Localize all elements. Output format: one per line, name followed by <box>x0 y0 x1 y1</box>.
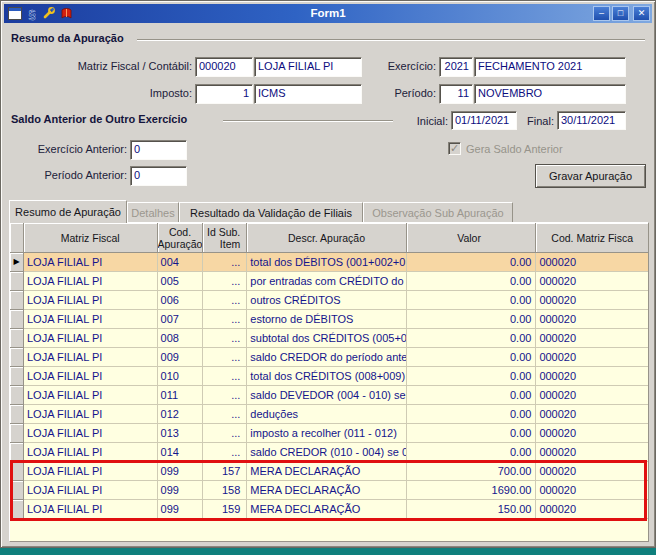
grid-cell[interactable]: LOJA FILIAL PI <box>24 443 158 462</box>
table-row[interactable]: LOJA FILIAL PI007...estorno de DÉBITOS0.… <box>10 310 648 329</box>
grid-cell[interactable]: LOJA FILIAL PI <box>24 367 158 386</box>
grid-cell[interactable]: 150.00 <box>407 500 537 519</box>
grid-cell[interactable]: 000020 <box>536 386 648 405</box>
grid-cell[interactable]: LOJA FILIAL PI <box>24 272 158 291</box>
grid-cell[interactable]: 000020 <box>536 405 648 424</box>
grid-cell[interactable]: 000020 <box>536 329 648 348</box>
grid-cell[interactable]: saldo CREDOR do período anter <box>247 348 406 367</box>
grid-cell[interactable]: 000020 <box>536 424 648 443</box>
periodo-code-input[interactable]: 11 <box>439 84 473 104</box>
grid-cell[interactable]: ... <box>203 348 247 367</box>
inicial-date-input[interactable]: 01/11/2021 <box>451 111 517 130</box>
grid-cell[interactable]: imposto a recolher (011 - 012) <box>247 424 406 443</box>
grid-cell[interactable]: ... <box>203 405 247 424</box>
grid-cell[interactable]: 0.00 <box>407 424 537 443</box>
table-row[interactable]: ▶LOJA FILIAL PI004...total dos DÉBITOS (… <box>10 253 648 272</box>
exercicio-name-input[interactable]: FECHAMENTO 2021 <box>474 57 626 77</box>
table-row[interactable]: LOJA FILIAL PI099159MERA DECLARAÇÃO150.0… <box>10 500 648 519</box>
grid-cell[interactable]: 0.00 <box>407 291 537 310</box>
grid-cell[interactable]: 099 <box>158 500 204 519</box>
grid-cell[interactable]: 000020 <box>536 310 648 329</box>
table-row[interactable]: LOJA FILIAL PI009...saldo CREDOR do perí… <box>10 348 648 367</box>
table-row[interactable]: LOJA FILIAL PI099157MERA DECLARAÇÃO700.0… <box>10 462 648 481</box>
grid-cell[interactable]: por entradas com CRÉDITO do i <box>247 272 406 291</box>
grid-cell[interactable]: LOJA FILIAL PI <box>24 462 158 481</box>
grid-cell[interactable]: 010 <box>158 367 204 386</box>
grid-cell[interactable]: LOJA FILIAL PI <box>24 291 158 310</box>
grid-cell[interactable]: 099 <box>158 481 204 500</box>
table-row[interactable]: LOJA FILIAL PI014...saldo CREDOR (010 - … <box>10 443 648 462</box>
grid-cell[interactable]: 004 <box>158 253 204 272</box>
tab-resumo-de-apuracao[interactable]: Resumo de Apuração <box>9 200 127 223</box>
grid-cell[interactable]: ... <box>203 443 247 462</box>
grid-cell[interactable]: ... <box>203 291 247 310</box>
grid-cell[interactable]: 000020 <box>536 500 648 519</box>
grid-cell[interactable]: MERA DECLARAÇÃO <box>247 481 406 500</box>
final-date-input[interactable]: 30/11/2021 <box>557 111 626 130</box>
minimize-button[interactable]: – <box>593 6 610 21</box>
periodo-anterior-input[interactable]: 0 <box>130 166 187 186</box>
grid-cell[interactable]: LOJA FILIAL PI <box>24 481 158 500</box>
grid-cell[interactable]: 157 <box>203 462 247 481</box>
grid-cell[interactable]: 0.00 <box>407 405 537 424</box>
grid-cell[interactable]: 013 <box>158 424 204 443</box>
grid-cell[interactable]: 011 <box>158 386 204 405</box>
grid-cell[interactable]: 0.00 <box>407 386 537 405</box>
grid-cell[interactable]: ... <box>203 329 247 348</box>
grid-cell[interactable]: 0.00 <box>407 348 537 367</box>
grid-cell[interactable]: 0.00 <box>407 253 537 272</box>
title-bar[interactable]: § Form1 – □ ✕ <box>4 4 652 23</box>
grid-cell[interactable]: LOJA FILIAL PI <box>24 424 158 443</box>
grid-cell[interactable]: ... <box>203 386 247 405</box>
grid-cell[interactable]: ... <box>203 367 247 386</box>
grid-cell[interactable]: saldo CREDOR (010 - 004) se 0< <box>247 443 406 462</box>
grid-cell[interactable]: total dos CRÉDITOS (008+009) <box>247 367 406 386</box>
grid-cell[interactable]: LOJA FILIAL PI <box>24 253 158 272</box>
grid-cell[interactable]: LOJA FILIAL PI <box>24 310 158 329</box>
table-row[interactable]: LOJA FILIAL PI010...total dos CRÉDITOS (… <box>10 367 648 386</box>
grid-cell[interactable]: 008 <box>158 329 204 348</box>
grid-cell[interactable]: 000020 <box>536 462 648 481</box>
grid-cell[interactable]: 700.00 <box>407 462 537 481</box>
grid-cell[interactable]: 0.00 <box>407 272 537 291</box>
grid-cell[interactable]: estorno de DÉBITOS <box>247 310 406 329</box>
table-row[interactable]: LOJA FILIAL PI006...outros CRÉDITOS0.000… <box>10 291 648 310</box>
grid-cell[interactable]: 000020 <box>536 481 648 500</box>
table-row[interactable]: LOJA FILIAL PI012...deduções0.00000020 <box>10 405 648 424</box>
grid-cell[interactable]: 0.00 <box>407 310 537 329</box>
grid-cell[interactable]: 006 <box>158 291 204 310</box>
grid-cell[interactable]: MERA DECLARAÇÃO <box>247 462 406 481</box>
grid-cell[interactable]: LOJA FILIAL PI <box>24 329 158 348</box>
gravar-apuracao-button[interactable]: Gravar Apuração <box>535 164 646 188</box>
grid-cell[interactable]: 0.00 <box>407 329 537 348</box>
grid-cell[interactable]: 099 <box>158 462 204 481</box>
table-row[interactable]: LOJA FILIAL PI099158MERA DECLARAÇÃO1690.… <box>10 481 648 500</box>
matriz-name-input[interactable]: LOJA FILIAL PI <box>254 57 362 77</box>
grid-cell[interactable]: total dos DÉBITOS (001+002+0 <box>247 253 406 272</box>
imposto-code-input[interactable]: 1 <box>195 84 253 104</box>
exercicio-code-input[interactable]: 2021 <box>439 57 473 77</box>
grid-cell[interactable]: 005 <box>158 272 204 291</box>
table-row[interactable]: LOJA FILIAL PI011...saldo DEVEDOR (004 -… <box>10 386 648 405</box>
grid-cell[interactable]: 1690.00 <box>407 481 537 500</box>
grid-cell[interactable]: 009 <box>158 348 204 367</box>
grid-cell[interactable]: LOJA FILIAL PI <box>24 386 158 405</box>
grid-cell[interactable]: LOJA FILIAL PI <box>24 348 158 367</box>
grid-cell[interactable]: 000020 <box>536 272 648 291</box>
gera-saldo-checkbox[interactable]: ✓ <box>448 142 461 155</box>
tab-observacao-sub-apuracao[interactable]: Observação Sub Apuração <box>363 202 513 222</box>
grid-cell[interactable]: 0.00 <box>407 367 537 386</box>
grid-cell[interactable]: 158 <box>203 481 247 500</box>
maximize-button[interactable]: □ <box>612 6 629 21</box>
table-row[interactable]: LOJA FILIAL PI013...imposto a recolher (… <box>10 424 648 443</box>
grid-cell[interactable]: ... <box>203 310 247 329</box>
grid-cell[interactable]: 159 <box>203 500 247 519</box>
grid-cell[interactable]: LOJA FILIAL PI <box>24 405 158 424</box>
grid-cell[interactable]: 000020 <box>536 443 648 462</box>
grid-cell[interactable]: deduções <box>247 405 406 424</box>
grid-cell[interactable]: 014 <box>158 443 204 462</box>
periodo-name-input[interactable]: NOVEMBRO <box>474 84 626 104</box>
table-row[interactable]: LOJA FILIAL PI008...subtotal dos CRÉDITO… <box>10 329 648 348</box>
table-row[interactable]: LOJA FILIAL PI005...por entradas com CRÉ… <box>10 272 648 291</box>
grid-cell[interactable]: ... <box>203 424 247 443</box>
